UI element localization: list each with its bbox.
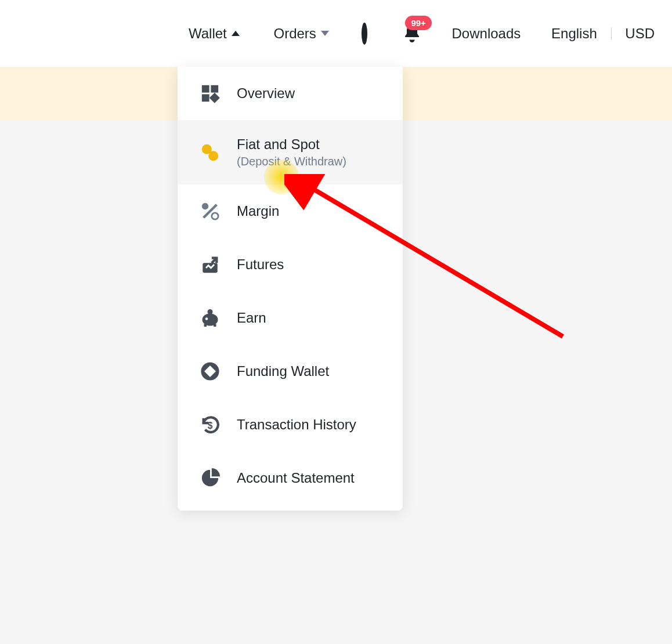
orders-nav-item[interactable]: Orders — [274, 26, 329, 42]
caret-down-icon — [321, 31, 329, 36]
menu-item-overview[interactable]: Overview — [178, 67, 403, 120]
piggy-bank-icon — [200, 307, 221, 328]
svg-rect-12 — [214, 324, 216, 327]
language-selector[interactable]: English — [551, 26, 597, 42]
chart-up-icon — [200, 254, 221, 275]
menu-item-margin[interactable]: Margin — [178, 184, 403, 238]
menu-item-earn[interactable]: Earn — [178, 291, 403, 345]
notifications-button[interactable]: 99+ — [402, 23, 422, 44]
header-nav: Wallet Orders 99+ Downloads English USD — [0, 0, 672, 67]
svg-text:$: $ — [208, 421, 213, 430]
menu-label: Margin — [237, 203, 279, 219]
pie-icon — [200, 468, 221, 489]
wallet-dropdown-menu: Overview Fiat and Spot (Deposit & Withdr… — [178, 67, 403, 511]
svg-rect-11 — [204, 324, 207, 327]
menu-item-account-statement[interactable]: Account Statement — [178, 451, 403, 505]
svg-point-6 — [202, 203, 208, 209]
menu-label: Overview — [237, 85, 295, 102]
currency-selector[interactable]: USD — [625, 26, 655, 42]
svg-point-5 — [208, 151, 218, 161]
menu-label: Account Statement — [237, 470, 355, 486]
menu-label: Fiat and Spot — [237, 136, 346, 153]
menu-item-transaction-history[interactable]: $ Transaction History — [178, 398, 403, 451]
diamond-circle-icon — [200, 361, 221, 382]
svg-rect-3 — [209, 93, 220, 103]
svg-rect-1 — [211, 85, 218, 93]
clock-dollar-icon: $ — [200, 414, 221, 435]
menu-label: Futures — [237, 256, 284, 273]
menu-item-funding-wallet[interactable]: Funding Wallet — [178, 345, 403, 398]
svg-rect-0 — [202, 85, 209, 93]
percent-icon — [200, 201, 221, 222]
menu-label: Earn — [237, 310, 266, 326]
notification-badge: 99+ — [405, 16, 431, 30]
orders-nav-label: Orders — [274, 26, 316, 42]
menu-item-futures[interactable]: Futures — [178, 238, 403, 291]
svg-rect-2 — [202, 94, 209, 102]
menu-item-fiat-and-spot[interactable]: Fiat and Spot (Deposit & Withdraw) — [178, 120, 403, 184]
divider — [611, 27, 612, 40]
svg-point-9 — [203, 314, 218, 326]
downloads-link[interactable]: Downloads — [452, 26, 521, 42]
wallet-nav-item[interactable]: Wallet — [189, 26, 240, 42]
svg-point-10 — [208, 309, 213, 314]
menu-label: Transaction History — [237, 417, 356, 433]
caret-up-icon — [232, 31, 240, 36]
svg-point-7 — [212, 213, 218, 219]
account-icon[interactable] — [362, 23, 367, 45]
svg-point-13 — [205, 317, 208, 320]
wallet-nav-label: Wallet — [189, 26, 227, 42]
grid-icon — [200, 83, 221, 104]
exchange-icon — [200, 142, 221, 163]
menu-sublabel: (Deposit & Withdraw) — [237, 155, 346, 168]
menu-label: Funding Wallet — [237, 363, 329, 379]
